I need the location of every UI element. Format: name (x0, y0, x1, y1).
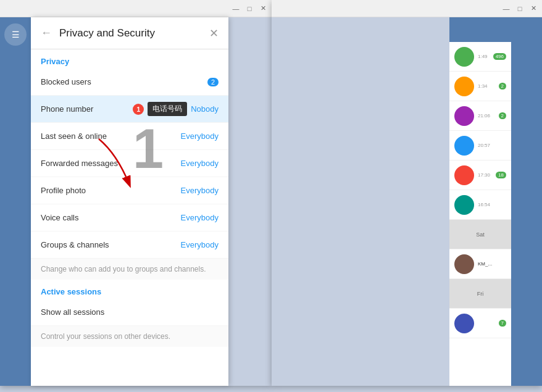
annotation-badge-1: 1 (133, 104, 144, 115)
last-seen-label: Last seen & online (41, 131, 181, 141)
left-titlebar: — □ ✕ (0, 0, 272, 17)
forwarded-messages-label: Forwarded messages (41, 159, 181, 168)
voice-calls-label: Voice calls (41, 213, 181, 222)
blocked-users-badge: 2 (207, 78, 219, 86)
sessions-label: Show all sessions (41, 307, 219, 317)
hamburger-icon[interactable]: ☰ (4, 23, 27, 46)
groups-channels-item[interactable]: Groups & channels Everybody (31, 231, 228, 259)
blocked-users-item[interactable]: Blocked users 2 (31, 69, 228, 96)
close-btn-left[interactable]: ✕ (258, 4, 268, 14)
sessions-desc: Control your sessions on other devices. (31, 326, 228, 347)
privacy-panel: ← Privacy and Security ✕ Privacy Blocked… (31, 17, 228, 386)
blocked-users-label: Blocked users (41, 77, 207, 86)
forwarded-messages-value: Everybody (181, 159, 219, 168)
right-bg: 1:49 496 1:34 2 21:06 2 20:57 17:30 (272, 17, 542, 386)
last-seen-item[interactable]: Last seen & online Everybody (31, 123, 228, 150)
phone-number-label: Phone number (41, 104, 133, 114)
groups-desc: Change who can add you to groups and cha… (31, 259, 228, 280)
right-titlebar: — □ ✕ (272, 0, 542, 17)
telegram-sidebar: ☰ (0, 17, 31, 386)
close-btn-right[interactable]: ✕ (528, 4, 538, 14)
maximize-btn-left[interactable]: □ (244, 4, 254, 14)
back-button[interactable]: ← (41, 27, 52, 40)
profile-photo-label: Profile photo (41, 186, 181, 195)
right-chat-list: 1:49 496 1:34 2 21:06 2 20:57 17:30 (449, 17, 511, 386)
tooltip-phone: 电话号码 (148, 102, 187, 116)
close-button[interactable]: ✕ (209, 27, 219, 40)
right-sidebar (511, 17, 542, 386)
show-sessions-item[interactable]: Show all sessions (31, 299, 228, 326)
right-window: — □ ✕ 1:49 496 1:34 2 21:06 2 (272, 0, 542, 386)
forwarded-messages-item[interactable]: Forwarded messages Everybody (31, 150, 228, 177)
voice-calls-item[interactable]: Voice calls Everybody (31, 204, 228, 231)
profile-photo-item[interactable]: Profile photo Everybody (31, 177, 228, 204)
active-sessions-label: Active sessions (31, 280, 228, 299)
phone-number-value: Nobody (191, 104, 219, 114)
panel-title: Privacy and Security (59, 27, 209, 40)
phone-number-item[interactable]: Phone number 1 电话号码 Nobody (31, 96, 228, 123)
panel-header: ← Privacy and Security ✕ (31, 17, 228, 49)
privacy-section-label: Privacy (31, 49, 228, 69)
groups-channels-value: Everybody (181, 240, 219, 249)
minimize-btn-right[interactable]: — (501, 4, 511, 14)
groups-channels-label: Groups & channels (41, 240, 181, 249)
maximize-btn-right[interactable]: □ (515, 4, 525, 14)
left-window: — □ ✕ ☰ T KM_... 1:49 5496 草 1:34 (0, 0, 272, 386)
profile-photo-value: Everybody (181, 186, 219, 195)
minimize-btn-left[interactable]: — (231, 4, 241, 14)
last-seen-value: Everybody (181, 131, 219, 141)
voice-calls-value: Everybody (181, 213, 219, 222)
